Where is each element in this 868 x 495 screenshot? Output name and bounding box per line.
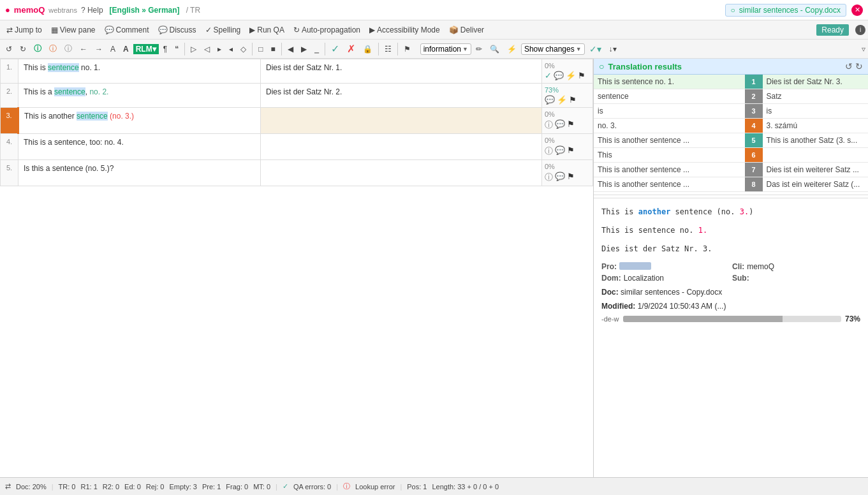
link-btn-1[interactable]: ◀ [284,43,297,55]
redo-button[interactable]: ↻ [17,43,29,55]
tr-stat: TR: 0 [59,483,76,491]
flag-icon-4[interactable]: ⚑ [567,145,575,157]
detail-dom: Dom: Localization [601,274,730,283]
tr-nav-forward[interactable]: ↻ [855,61,863,71]
auto-propagation-button[interactable]: ↻ Auto-propagation [290,24,364,36]
flag-icon-3[interactable]: ⚑ [567,119,575,131]
flag-icon-5[interactable]: ⚑ [567,172,575,183]
tag-btn-4[interactable]: ◂ [226,43,236,55]
meta-cell-5: 0% ⓘ 💬 ⚑ [542,160,593,186]
table-row: 4. This is a sentence, too: no. 4. 0% ⓘ … [1,134,593,160]
info-btn-1[interactable]: ⓘ [31,42,45,55]
confirm-btn[interactable]: ✓ [328,41,342,56]
information-dropdown[interactable]: information ▼ [420,43,471,55]
meta-icons-3: ⓘ 💬 ⚑ [545,119,590,131]
reject-btn[interactable]: ✗ [344,41,358,56]
tr-tgt-cell: Das ist ein weiterer Satz (... [763,177,869,192]
tr-result-row[interactable]: This is another sentence ... 5 This is a… [594,133,868,148]
tag-btn-1[interactable]: ▷ [188,43,200,55]
info-btn-2[interactable]: ⓘ [46,42,60,55]
bold-btn[interactable]: A [120,43,132,55]
run-qa-button[interactable]: ▶ Run QA [246,24,288,36]
target-cell-5[interactable] [261,160,542,186]
tr-header-icon: ○ [599,61,604,71]
lock-btn[interactable]: 🔒 [360,43,376,55]
info-icon-4[interactable]: ⓘ [545,145,553,157]
info-icon[interactable]: i [855,25,865,35]
lightning-icon-2[interactable]: ⚡ [557,95,567,105]
meta-cell-1: 0% ✓ 💬 ⚡ ⚑ [542,59,593,84]
tr-result-row[interactable]: is 3 is [594,104,868,119]
target-cell-2[interactable]: Dies ist der Satz Nr. 2. [261,84,542,108]
edit-btn[interactable]: ✏ [473,43,485,55]
font-size-btn[interactable]: A [107,43,119,55]
filter-icon[interactable]: ▿ [862,45,865,54]
target-cell-1[interactable]: Dies ist der Satz Nr. 1. [261,59,542,84]
discuss-button[interactable]: 💬 Discuss [154,24,200,36]
tr-result-row[interactable]: This 6 [594,148,868,163]
target-cell-4[interactable] [261,134,542,160]
arrow-down-btn[interactable]: ↓▾ [606,43,620,55]
source-cell-5[interactable]: Is this a sentence (no. 5.)? [18,160,261,186]
grid-btn[interactable]: ☷ [381,43,395,55]
view-pane-button[interactable]: ▦ View pane [47,24,99,36]
detail-sentence-text: sentence (no. [670,207,739,216]
accessibility-mode-button[interactable]: ▶ Accessibility Mode [365,24,444,36]
tr-nav-back[interactable]: ↺ [845,61,853,71]
tag-btn-3[interactable]: ▸ [214,43,224,55]
help-link[interactable]: ? Help [81,6,103,15]
magic-btn[interactable]: ⚡ [504,43,520,55]
check-btn[interactable]: ✓▾ [586,43,605,55]
show-changes-dropdown[interactable]: Show changes ▼ [521,43,585,55]
chat-icon-3[interactable]: 💬 [555,119,565,131]
deliver-button[interactable]: 📦 Deliver [445,24,488,36]
source-cell-4[interactable]: This is a sentence, too: no. 4. [18,134,261,160]
tr-result-row[interactable]: sentence 2 Satz [594,89,868,104]
length-stat: Length: 33 + 0 / 0 + 0 [432,483,499,491]
quote-btn[interactable]: “ [172,43,182,55]
tr-result-row[interactable]: This is another sentence ... 7 Dies ist … [594,163,868,177]
chat-icon-4[interactable]: 💬 [555,145,565,157]
detail-num-3: 3. [740,207,749,216]
arrow-left-btn[interactable]: ← [77,43,91,55]
tr-result-row[interactable]: no. 3. 4 3. számú [594,119,868,133]
chain-btn[interactable]: ⎯ [311,43,322,55]
flag-btn[interactable]: ⚑ [401,43,414,55]
tag-btn-2[interactable]: ◁ [201,43,213,55]
flag-icon-2[interactable]: ⚑ [569,95,577,105]
source-cell-3[interactable]: This is another sentence (no. 3.) [18,108,261,134]
dom-label: Dom: [601,274,621,283]
rlm-btn[interactable]: RLM▾ [133,44,159,54]
tr-result-row[interactable]: This is sentence no. 1. 1 Dies ist der S… [594,75,868,89]
comment-button[interactable]: 💬 Comment [101,24,153,36]
source-cell-2[interactable]: This is a sentence, no. 2. [18,84,261,108]
status-icon-1[interactable]: ✓ [545,71,552,80]
undo-button[interactable]: ↺ [3,43,15,55]
flag-icon-1[interactable]: ⚑ [578,71,585,80]
tr-result-row[interactable]: This is another sentence ... 8 Das ist e… [594,177,868,192]
source-cell-1[interactable]: This is sentence no. 1. [18,59,261,84]
table-row: 2. This is a sentence, no. 2. Dies ist d… [1,84,593,108]
copy-btn[interactable]: □ [255,43,266,55]
chat-icon-1[interactable]: 💬 [554,71,564,80]
search-btn[interactable]: 🔍 [487,43,503,55]
info-btn-3[interactable]: ⓘ [61,42,75,55]
jump-to-button[interactable]: ⇄ Jump to [3,24,46,36]
tag-btn-5[interactable]: ◇ [237,43,249,55]
tr-src-cell: This [594,148,745,163]
paste-btn[interactable]: ■ [267,43,278,55]
chat-icon-5[interactable]: 💬 [555,172,565,183]
para-btn[interactable]: ¶ [160,43,170,55]
target-cell-3[interactable] [261,108,542,134]
close-button[interactable]: ✕ [851,4,863,16]
link-btn-2[interactable]: ▶ [298,43,310,55]
spelling-button[interactable]: ✓ Spelling [202,24,245,36]
rej-stat: Rej: 0 [146,483,165,491]
info-icon-5[interactable]: ⓘ [545,172,553,183]
lightning-icon-1[interactable]: ⚡ [566,71,576,80]
tr-tgt-cell: Dies ist der Satz Nr. 3. [763,75,869,89]
tr-tgt-cell: 3. számú [763,119,869,133]
arrow-right-btn[interactable]: → [92,43,106,55]
info-icon-3[interactable]: ⓘ [545,119,553,131]
chat-icon-2[interactable]: 💬 [545,95,555,105]
